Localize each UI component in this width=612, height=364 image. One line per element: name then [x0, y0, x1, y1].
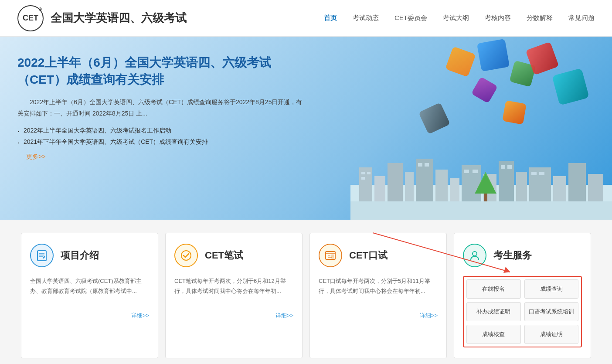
card-written: CET笔试 CET笔试每年开考两次，分别于6月和12月举行，具体考试时间我中心将…: [165, 233, 303, 358]
site-header: CET 全国大学英语四、六级考试 首页考试动态CET委员会考试大纲考核内容分数解…: [0, 0, 612, 37]
svg-rect-24: [507, 165, 512, 169]
service-btn-补办成绩证明[interactable]: 补办成绩证明: [466, 302, 521, 321]
hero-content: 2022上半年（6月）全国大学英语四、六级考试（CET）成绩查询有关安排 202…: [17, 54, 305, 161]
service-buttons-grid: 在线报名成绩查询补办成绩证明口语考试系统培训成绩核查成绩证明: [463, 276, 582, 347]
service-btn-成绩证明[interactable]: 成绩证明: [524, 325, 579, 344]
card-service: 考生服务 在线报名成绩查询补办成绩证明口语考试系统培训成绩核查成绩证明: [454, 233, 591, 358]
card-body-oral: CET口试每年开考两次，分别于5月和11月举行，具体考试时间我中心将会在每年年初…: [319, 276, 438, 306]
svg-rect-20: [425, 163, 429, 167]
service-btn-口语考试系统培训[interactable]: 口语考试系统培训: [524, 302, 579, 321]
nav-item-常见问题[interactable]: 常见问题: [568, 14, 595, 22]
hero-links: 2022年上半年全国大学英语四、六级考试报名工作启动2021年下半年全国大学英语…: [17, 127, 305, 146]
cube-2: [477, 39, 510, 71]
service-btn-成绩核查[interactable]: 成绩核查: [466, 325, 521, 344]
card-oral: CET口试 CET口试每年开考两次，分别于5月和11月举行，具体考试时间我中心将…: [309, 233, 447, 358]
cube-1: [445, 46, 476, 77]
svg-rect-29: [484, 194, 487, 202]
svg-rect-16: [361, 172, 365, 174]
nav-item-CET委员会[interactable]: CET委员会: [394, 14, 427, 22]
cube-8: [418, 102, 450, 134]
card-body-written: CET笔试每年开考两次，分别于6月和12月举行，具体考试时间我中心将会在每年年初…: [174, 276, 293, 306]
card-title-written: CET笔试: [205, 249, 243, 262]
oral-icon: [319, 244, 342, 267]
hero-desc: 2022年上半年（6月）全国大学英语四、六级考试（CET）成绩查询服务将于202…: [17, 97, 305, 119]
svg-rect-33: [37, 251, 46, 261]
svg-rect-25: [531, 172, 537, 175]
project-icon: [30, 244, 54, 267]
card-link-written[interactable]: 详细>>: [174, 312, 293, 320]
card-link-oral[interactable]: 详细>>: [319, 312, 438, 320]
main-nav: 首页考试动态CET委员会考试大纲考核内容分数解释常见问题: [324, 14, 595, 22]
svg-point-43: [473, 252, 477, 256]
service-btn-成绩查询[interactable]: 成绩查询: [524, 279, 579, 299]
card-header-written: CET笔试: [174, 244, 293, 267]
svg-rect-19: [418, 163, 422, 167]
card-title-oral: CET口试: [349, 249, 388, 262]
svg-rect-17: [367, 172, 371, 174]
svg-rect-22: [473, 170, 478, 173]
svg-rect-42: [331, 255, 334, 259]
service-icon: [463, 244, 486, 267]
hero-link-item[interactable]: 2021年下半年全国大学英语四、六级考试（CET）成绩查询有关安排: [17, 138, 305, 146]
svg-rect-23: [501, 165, 505, 169]
cet-logo: CET: [17, 5, 44, 31]
cube-6: [552, 68, 589, 105]
nav-item-考试动态[interactable]: 考试动态: [353, 14, 379, 22]
card-project: 项目介绍 全国大学英语四、六级考试(CET)系教育部主办、教育部教育考试院（原教…: [21, 233, 158, 358]
cube-5: [471, 77, 498, 103]
hero-more-link[interactable]: 更多>>: [26, 153, 45, 160]
written-icon: [174, 244, 198, 267]
svg-rect-26: [539, 172, 544, 175]
card-header-project: 项目介绍: [30, 244, 149, 267]
logo-text: CET: [23, 14, 38, 23]
hero-banner: 2022上半年（6月）全国大学英语四、六级考试（CET）成绩查询有关安排 202…: [0, 37, 612, 220]
cards-section: 项目介绍 全国大学英语四、六级考试(CET)系教育部主办、教育部教育考试院（原教…: [0, 220, 612, 364]
hero-decoration: [316, 37, 612, 220]
card-link-project[interactable]: 详细>>: [30, 312, 149, 320]
hero-link-item[interactable]: 2022年上半年全国大学英语四、六级考试报名工作启动: [17, 127, 305, 135]
site-title: 全国大学英语四、六级考试: [51, 10, 187, 26]
svg-point-37: [181, 251, 191, 260]
cube-7: [502, 100, 527, 125]
card-header-service: 考生服务: [463, 244, 582, 267]
card-title-project: 项目介绍: [61, 249, 99, 262]
nav-item-考试大纲[interactable]: 考试大纲: [443, 14, 469, 22]
hero-title: 2022上半年（6月）全国大学英语四、六级考试（CET）成绩查询有关安排: [17, 54, 305, 88]
nav-item-分数解释[interactable]: 分数解释: [527, 14, 553, 22]
service-btn-在线报名[interactable]: 在线报名: [466, 279, 521, 299]
city-silhouette: [350, 150, 612, 220]
svg-rect-30: [350, 201, 612, 220]
nav-item-考核内容[interactable]: 考核内容: [485, 14, 511, 22]
card-body-project: 全国大学英语四、六级考试(CET)系教育部主办、教育部教育考试院（原教育部考试中…: [30, 276, 149, 306]
header-left: CET 全国大学英语四、六级考试: [17, 5, 187, 31]
card-header-oral: CET口试: [319, 244, 438, 267]
nav-item-首页[interactable]: 首页: [324, 14, 337, 22]
svg-rect-21: [464, 170, 469, 173]
card-title-service: 考生服务: [493, 249, 532, 262]
svg-rect-18: [361, 177, 365, 180]
